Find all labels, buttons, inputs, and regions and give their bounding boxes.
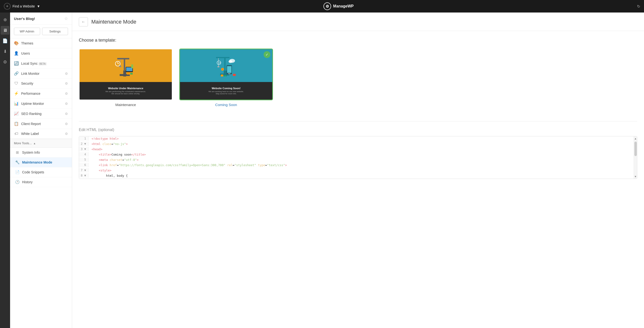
more-tools-label: More Tools... [14, 141, 32, 145]
sidebar-item-client-report[interactable]: 📋 Client Report ⚙ [10, 119, 72, 129]
svg-rect-30 [224, 75, 226, 77]
sidebar-item-themes[interactable]: 🎨 Themes [10, 38, 72, 48]
client-report-gear-icon[interactable]: ⚙ [65, 122, 68, 126]
refresh-button[interactable]: ↻ [637, 4, 640, 9]
main-layout: ⊕ 🖥 📄 ⬇ ⚙ User's Blog! ☆ WP Admin Settin… [0, 13, 644, 328]
more-tools-header[interactable]: More Tools... ▲ [10, 139, 72, 148]
site-name: User's Blog! [14, 17, 35, 21]
favorite-star-icon[interactable]: ☆ [64, 16, 68, 21]
coming-soon-title: Website Coming Soon! [212, 87, 240, 90]
users-icon: 👤 [14, 51, 19, 56]
code-line-6: 6 <link href="https://fonts.googleapis.c… [79, 163, 637, 168]
seo-ranking-gear-icon[interactable]: ⚙ [65, 112, 68, 116]
performance-gear-icon[interactable]: ⚙ [65, 92, 68, 96]
sidebar-item-history[interactable]: 🕐 History [10, 177, 72, 187]
themes-label: Themes [21, 41, 34, 45]
svg-rect-2 [124, 59, 125, 71]
sidebar-nav: 🎨 Themes 👤 Users 🔄 Local Sync BETA 🔗 [10, 38, 72, 328]
back-button[interactable]: ← [79, 17, 88, 27]
performance-icon: ⚡ [14, 91, 19, 96]
add-site-button[interactable]: + [4, 3, 10, 10]
coming-soon-template-name: Coming Soon [215, 103, 237, 107]
client-report-icon: 📋 [14, 121, 19, 126]
seo-ranking-label: SEO Ranking [21, 112, 42, 116]
security-gear-icon[interactable]: ⚙ [65, 82, 68, 85]
svg-rect-11 [131, 65, 133, 68]
rail-monitor-icon[interactable]: 🖥 [1, 26, 9, 35]
code-editor[interactable]: 1 <!doctype html> 2 ▼ <html class="no-js… [79, 136, 637, 179]
scroll-thumb[interactable] [634, 142, 637, 156]
sidebar-item-code-snippets[interactable]: 📄 Code Snippets [10, 167, 72, 177]
sidebar-item-maintenance-mode[interactable]: 🔧 Maintenance Mode [10, 158, 72, 167]
svg-rect-13 [130, 73, 133, 75]
link-monitor-label: Link Monitor [21, 72, 40, 76]
find-website-chevron: ▼ [37, 4, 40, 8]
brand-logo-area: ⚙ ManageWP [324, 3, 354, 10]
rail-settings-icon[interactable]: ⚙ [1, 58, 9, 66]
local-sync-icon: 🔄 [14, 61, 19, 66]
wp-admin-button[interactable]: WP Admin [14, 28, 40, 35]
topbar: + Find a Website ▼ ⚙ ManageWP ↻ [0, 0, 644, 13]
brand-name: ManageWP [333, 4, 354, 9]
white-label-label: White Label [21, 132, 39, 136]
sidebar-item-seo-ranking[interactable]: 📈 SEO Ranking ⚙ [10, 109, 72, 119]
find-website[interactable]: + Find a Website ▼ [4, 3, 40, 10]
sidebar-item-system-info[interactable]: ⊞ System Info [10, 148, 72, 158]
svg-rect-12 [127, 72, 130, 75]
svg-rect-5 [119, 66, 121, 67]
settings-button[interactable]: Settings [42, 28, 68, 35]
icon-rail: ⊕ 🖥 📄 ⬇ ⚙ [0, 13, 10, 328]
templates-row: Website Under Maintenance We are perform… [79, 49, 637, 107]
seo-ranking-icon: 📈 [14, 111, 19, 116]
svg-rect-19 [218, 66, 220, 67]
choose-template-label: Choose a template: [79, 38, 637, 43]
sidebar-item-link-monitor[interactable]: 🔗 Link Monitor ⚙ [10, 69, 72, 79]
system-info-icon: ⊞ [15, 150, 20, 155]
sidebar: User's Blog! ☆ WP Admin Settings 🎨 Theme… [10, 13, 72, 328]
scroll-down-arrow[interactable]: ▼ [634, 174, 637, 179]
white-label-gear-icon[interactable]: ⚙ [65, 132, 68, 136]
rail-dashboard-icon[interactable]: ⊕ [1, 16, 9, 24]
find-website-label: Find a Website [12, 4, 35, 8]
sidebar-item-uptime-monitor[interactable]: 📊 Uptime Monitor ⚙ [10, 99, 72, 109]
code-line-1: 1 <!doctype html> [79, 136, 637, 142]
coming-soon-template-card[interactable]: ✓ [179, 49, 273, 107]
maintenance-title: Website Under Maintenance [108, 87, 144, 90]
sidebar-item-users[interactable]: 👤 Users [10, 48, 72, 59]
page-header: ← Maintenance Mode [72, 13, 644, 31]
sidebar-item-white-label[interactable]: 🏷 White Label ⚙ [10, 129, 72, 139]
rail-content-icon[interactable]: 📄 [1, 37, 9, 45]
code-line-5: 5 <meta charset="utf-8"> [79, 158, 637, 163]
sidebar-item-performance[interactable]: ⚡ Performance ⚙ [10, 89, 72, 99]
performance-label: Performance [21, 92, 40, 96]
rail-updates-icon[interactable]: ⬇ [1, 47, 9, 56]
svg-point-26 [228, 60, 232, 63]
themes-icon: 🎨 [14, 41, 19, 46]
code-snippets-icon: 📄 [15, 170, 20, 174]
security-icon: 🛡 [14, 81, 19, 86]
sidebar-item-local-sync[interactable]: 🔄 Local Sync BETA [10, 59, 72, 69]
uptime-monitor-label: Uptime Monitor [21, 102, 44, 106]
code-editor-scrollbar[interactable]: ▲ ▼ [634, 136, 637, 179]
code-line-3: 3 ▼ <head> [79, 147, 637, 152]
page-title: Maintenance Mode [91, 19, 136, 25]
more-tools-arrow-icon: ▲ [33, 142, 36, 145]
local-sync-label: Local Sync BETA [21, 62, 46, 65]
uptime-monitor-gear-icon[interactable]: ⚙ [65, 102, 68, 106]
maintenance-mode-label: Maintenance Mode [22, 160, 52, 164]
scroll-up-arrow[interactable]: ▲ [634, 136, 637, 141]
maintenance-crane-svg [112, 54, 139, 78]
back-arrow-icon: ← [82, 20, 85, 24]
history-label: History [22, 180, 33, 184]
svg-rect-31 [233, 74, 236, 76]
link-monitor-gear-icon[interactable]: ⚙ [65, 72, 68, 76]
maintenance-template-card[interactable]: Website Under Maintenance We are perform… [79, 49, 172, 107]
white-label-icon: 🏷 [14, 132, 19, 136]
maintenance-mode-icon: 🔧 [15, 160, 20, 164]
uptime-monitor-icon: 📊 [14, 101, 19, 106]
code-line-8: 8 ▼ html, body { [79, 173, 637, 179]
maintenance-sub: We are performing the scheduled maintena… [106, 90, 146, 95]
history-icon: 🕐 [15, 180, 20, 184]
sidebar-item-security[interactable]: 🛡 Security ⚙ [10, 79, 72, 89]
svg-rect-22 [228, 73, 230, 74]
